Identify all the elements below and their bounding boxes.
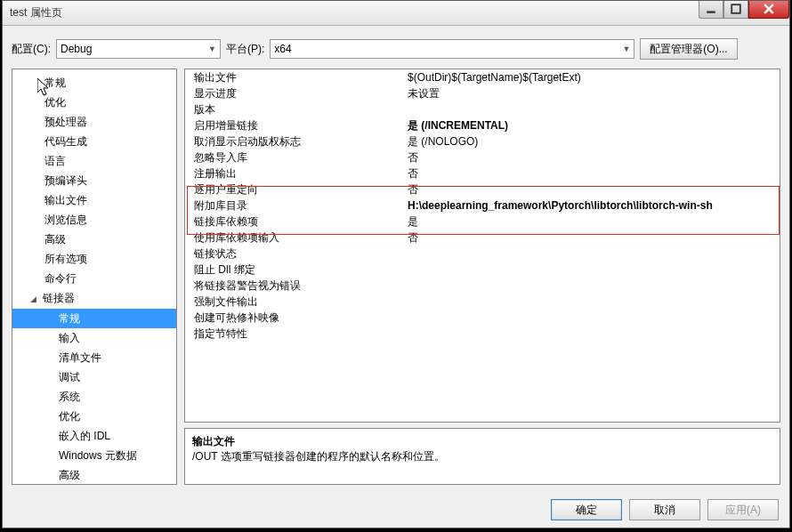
tree-item[interactable]: 高级 xyxy=(12,465,176,485)
property-value: 是 (/INCREMENTAL) xyxy=(408,117,780,133)
tree-item[interactable]: Windows 元数据 xyxy=(12,446,176,465)
property-value: $(OutDir)$(TargetName)$(TargetExt) xyxy=(408,69,780,85)
tree-item[interactable]: 代码生成 xyxy=(12,132,176,151)
property-row[interactable]: 链接库依赖项是 xyxy=(185,214,780,230)
property-key: 使用库依赖项输入 xyxy=(185,230,408,246)
property-key: 指定节特性 xyxy=(185,326,408,342)
tree-item[interactable]: 语言 xyxy=(12,151,176,171)
tree-item[interactable]: 调试 xyxy=(12,367,176,387)
property-key: 显示进度 xyxy=(185,85,408,101)
property-key: 忽略导入库 xyxy=(185,149,408,165)
description-pane: 输出文件 /OUT 选项重写链接器创建的程序的默认名称和位置。 xyxy=(184,428,780,485)
tree-item[interactable]: 优化 xyxy=(12,407,176,426)
tree-item[interactable]: 预处理器 xyxy=(12,112,176,132)
property-row[interactable]: 强制文件输出 xyxy=(185,294,780,310)
property-row[interactable]: 阻止 Dll 绑定 xyxy=(185,262,780,278)
tree-item[interactable]: 输入 xyxy=(12,328,176,348)
description-title: 输出文件 xyxy=(192,434,772,449)
window-title: test 属性页 xyxy=(10,5,699,20)
property-row[interactable]: 指定节特性 xyxy=(185,326,780,342)
property-key: 取消显示启动版权标志 xyxy=(185,133,408,149)
chevron-down-icon: ▼ xyxy=(622,44,630,53)
maximize-button[interactable] xyxy=(723,1,748,19)
tree-group-linker[interactable]: 链接器 xyxy=(12,288,176,309)
property-value xyxy=(408,310,780,326)
property-row[interactable]: 创建可热修补映像 xyxy=(185,310,780,326)
minimize-button[interactable] xyxy=(699,1,723,19)
property-value: H:\deeplearning_framework\Pytorch\libtor… xyxy=(408,197,780,214)
tree-item[interactable]: 预编译头 xyxy=(12,171,176,190)
nav-tree[interactable]: 常规优化预处理器代码生成语言预编译头输出文件浏览信息高级所有选项命令行链接器常规… xyxy=(12,69,177,485)
property-row[interactable]: 显示进度未设置 xyxy=(185,85,780,101)
property-row[interactable]: 注册输出否 xyxy=(185,165,780,181)
close-button[interactable] xyxy=(748,1,789,19)
property-row[interactable]: 输出文件$(OutDir)$(TargetName)$(TargetExt) xyxy=(185,69,780,85)
property-value: 否 xyxy=(408,149,780,165)
tree-item[interactable]: 高级 xyxy=(12,230,176,249)
property-key: 启用增量链接 xyxy=(185,117,408,133)
property-row[interactable]: 版本 xyxy=(185,101,780,117)
description-body: /OUT 选项重写链接器创建的程序的默认名称和位置。 xyxy=(192,449,772,464)
property-key: 附加库目录 xyxy=(185,197,408,214)
config-combo[interactable]: Debug▼ xyxy=(56,39,221,59)
property-value: 否 xyxy=(408,181,780,197)
tree-item[interactable]: 所有选项 xyxy=(12,249,176,269)
tree-item[interactable]: 常规 xyxy=(12,309,176,328)
property-value: 未设置 xyxy=(408,85,780,101)
property-key: 创建可热修补映像 xyxy=(185,310,408,326)
tree-item[interactable]: 系统 xyxy=(12,387,176,407)
property-key: 输出文件 xyxy=(185,69,408,85)
apply-button[interactable]: 应用(A) xyxy=(707,499,779,520)
cancel-button[interactable]: 取消 xyxy=(629,499,700,520)
tree-item[interactable]: 常规 xyxy=(12,73,176,93)
platform-combo[interactable]: x64▼ xyxy=(270,39,634,59)
property-row[interactable]: 链接状态 xyxy=(185,246,780,262)
titlebar[interactable]: test 属性页 xyxy=(3,1,789,26)
property-key: 强制文件输出 xyxy=(185,294,408,310)
property-grid[interactable]: 输出文件$(OutDir)$(TargetName)$(TargetExt)显示… xyxy=(184,69,780,423)
property-value: 是 xyxy=(408,214,780,230)
property-key: 链接库依赖项 xyxy=(185,214,408,230)
svg-rect-1 xyxy=(731,4,740,13)
property-key: 版本 xyxy=(185,101,408,117)
property-value: 否 xyxy=(408,230,780,246)
config-manager-button[interactable]: 配置管理器(O)... xyxy=(640,38,737,60)
property-row[interactable]: 取消显示启动版权标志是 (/NOLOGO) xyxy=(185,133,780,149)
ok-button[interactable]: 确定 xyxy=(551,499,622,520)
property-key: 链接状态 xyxy=(185,246,408,262)
property-key: 注册输出 xyxy=(185,165,408,181)
config-label: 配置(C): xyxy=(12,42,51,57)
tree-item[interactable]: 浏览信息 xyxy=(12,210,176,230)
property-page-window: test 属性页 配置(C): Debug▼ 平台(P): x64▼ 配置管理器… xyxy=(2,0,790,528)
tree-item[interactable]: 清单文件 xyxy=(12,348,176,367)
chevron-down-icon: ▼ xyxy=(208,44,216,53)
property-key: 逐用户重定向 xyxy=(185,181,408,197)
config-toolbar: 配置(C): Debug▼ 平台(P): x64▼ 配置管理器(O)... xyxy=(3,26,789,69)
property-value: 是 (/NOLOGO) xyxy=(408,133,780,149)
property-row[interactable]: 逐用户重定向否 xyxy=(185,181,780,197)
platform-label: 平台(P): xyxy=(226,42,264,57)
property-row[interactable]: 忽略导入库否 xyxy=(185,149,780,165)
property-value xyxy=(408,246,780,262)
tree-item[interactable]: 命令行 xyxy=(12,269,176,288)
property-row[interactable]: 将链接器警告视为错误 xyxy=(185,278,780,294)
property-value xyxy=(408,326,780,342)
property-value xyxy=(408,294,780,310)
property-value xyxy=(408,278,780,294)
property-row[interactable]: 使用库依赖项输入否 xyxy=(185,230,780,246)
property-value xyxy=(408,262,780,278)
property-row[interactable]: 启用增量链接是 (/INCREMENTAL) xyxy=(185,117,780,133)
property-value: 否 xyxy=(408,165,780,181)
property-value xyxy=(408,101,780,117)
property-row[interactable]: 附加库目录H:\deeplearning_framework\Pytorch\l… xyxy=(185,197,780,214)
tree-item[interactable]: 输出文件 xyxy=(12,190,176,210)
tree-item[interactable]: 嵌入的 IDL xyxy=(12,426,176,446)
dialog-buttons: 确定 取消 应用(A) xyxy=(3,494,789,520)
property-key: 阻止 Dll 绑定 xyxy=(185,262,408,278)
property-key: 将链接器警告视为错误 xyxy=(185,278,408,294)
tree-item[interactable]: 优化 xyxy=(12,93,176,112)
